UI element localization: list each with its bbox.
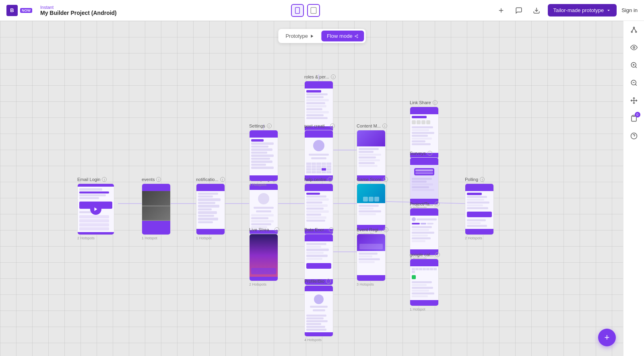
svg-line-43: [635, 66, 636, 68]
svg-line-40: [634, 28, 636, 31]
screen-settings[interactable]: Settings i 4 Ho: [249, 123, 278, 187]
screen-thumbnail: [196, 183, 225, 235]
screen-label: Profile/Bio i: [304, 279, 333, 284]
svg-line-39: [632, 28, 634, 31]
download-button[interactable]: [530, 4, 543, 17]
play-icon: [310, 34, 314, 38]
screen-profile-bio[interactable]: Profile/Bio i 4 Hotspots: [304, 279, 333, 342]
prototype-mode-btn[interactable]: Prototype: [280, 31, 320, 41]
tailor-prototype-button[interactable]: Tailor-made prototype: [548, 4, 617, 16]
info-icon: i: [427, 151, 432, 156]
right-sidebar: 0: [623, 0, 644, 356]
share-icon: [355, 34, 359, 38]
header-center: [123, 4, 488, 17]
screen-thumbnail: [465, 183, 494, 235]
screen-events[interactable]: events i 1 Hotspot: [142, 177, 171, 240]
svg-point-38: [635, 31, 636, 33]
hotspot-count: 2 Hotspots: [249, 282, 279, 286]
flow-mode-btn[interactable]: Flow mode: [321, 31, 364, 41]
screen-label: Settings i: [249, 123, 278, 128]
svg-line-11: [356, 36, 357, 37]
sidebar-clipboard-icon[interactable]: 0: [627, 111, 641, 126]
screen-polling[interactable]: Polling i 2 Hot: [465, 177, 494, 240]
screen-label: post creati... i: [304, 123, 335, 128]
screen-label: events i: [142, 177, 171, 182]
screen-event-registration[interactable]: Event Regi... i 3 Hotspots: [357, 227, 388, 286]
project-instant-label: Instant: [40, 5, 117, 10]
info-icon: i: [435, 252, 440, 257]
canvas[interactable]: Prototype Flow mode: [0, 21, 644, 356]
screen-label: Live Strea... i: [249, 227, 279, 232]
info-icon: i: [480, 177, 485, 182]
now-badge: NOW: [20, 8, 32, 13]
screen-label: Data Encr... i: [304, 227, 334, 232]
screen-label: Project/Ta... i: [410, 202, 440, 206]
screen-label: google cal... i: [410, 252, 440, 257]
screen-project-tasks[interactable]: Project/Ta... i: [410, 202, 440, 261]
sidebar-zoom-out-icon[interactable]: [627, 76, 641, 90]
svg-point-36: [633, 27, 634, 28]
hotspot-count: 4 Hotspots: [249, 183, 278, 187]
screen-label: Game Score i: [357, 177, 388, 182]
screen-thumbnail: [249, 130, 278, 181]
screen-live-stream[interactable]: Live Strea... i 2 Hotspots: [249, 227, 279, 286]
screen-notifications[interactable]: notificatio... i: [196, 177, 225, 240]
download-icon: [533, 7, 540, 14]
project-name: My Builder Project (Android): [40, 10, 117, 16]
plus-icon: [497, 7, 505, 14]
project-info: Instant My Builder Project (Android): [40, 5, 117, 16]
info-icon: i: [102, 177, 107, 182]
hotspot-count: 1 Hotspot: [410, 307, 440, 311]
info-icon: i: [382, 123, 387, 128]
info-icon: i: [329, 227, 334, 232]
screen-thumbnail: [304, 285, 333, 337]
comment-icon: [515, 7, 522, 14]
comment-button[interactable]: [512, 4, 525, 17]
header: B NOW Instant My Builder Project (Androi…: [0, 0, 644, 21]
screen-thumbnail: [249, 234, 278, 281]
sidebar-move-icon[interactable]: [627, 93, 641, 108]
clipboard-badge: 0: [635, 112, 640, 117]
screen-label: Event Regi... i: [357, 227, 388, 232]
info-icon: i: [220, 177, 225, 182]
hotspot-count: 2 Hotspots: [465, 236, 494, 240]
screen-thumbnail: [410, 208, 439, 255]
mobile-icon: [294, 7, 301, 14]
mobile-device-btn[interactable]: [291, 4, 304, 17]
svg-point-41: [633, 47, 635, 49]
screen-email-login[interactable]: Email Login i: [77, 177, 114, 240]
screen-label: Polling i: [465, 177, 494, 182]
screen-thumbnail: [304, 234, 333, 285]
screen-thumbnail: [77, 183, 114, 235]
logo[interactable]: B NOW: [6, 5, 32, 16]
mode-bar: Prototype Flow mode: [278, 29, 365, 43]
screen-thumbnail: [410, 157, 439, 205]
sidebar-preview-icon[interactable]: [627, 40, 641, 55]
screen-label: notificatio... i: [196, 177, 225, 182]
screen-surveys[interactable]: Surveys i 3: [410, 151, 439, 210]
info-icon: i: [331, 74, 336, 79]
info-icon: i: [275, 227, 279, 232]
add-button[interactable]: [495, 4, 508, 17]
sidebar-nodes-icon[interactable]: [627, 23, 641, 37]
sidebar-zoom-in-icon[interactable]: [627, 58, 641, 72]
info-icon: i: [433, 100, 438, 105]
screen-google-calendar[interactable]: google cal... i: [410, 252, 440, 311]
screen-label: Link Share i: [410, 100, 439, 105]
hotspot-count: 1 Hotspot: [196, 236, 225, 240]
hotspot-count: 4 Hotspots: [304, 338, 333, 342]
screen-label: Surveys i: [410, 151, 439, 156]
logo-icon: B: [6, 5, 18, 16]
svg-line-12: [356, 35, 357, 36]
sign-in-button[interactable]: Sign in: [621, 7, 638, 13]
fab-add-button[interactable]: +: [598, 329, 616, 346]
sidebar-help-icon[interactable]: [627, 129, 641, 143]
chevron-down-icon: [606, 8, 611, 13]
screen-label: roles & per... i: [304, 74, 336, 79]
screen-label: Content M... i: [357, 123, 387, 128]
info-icon: i: [326, 279, 331, 284]
info-icon: i: [328, 177, 332, 182]
info-icon: i: [435, 202, 440, 206]
tablet-device-btn[interactable]: [307, 4, 320, 17]
info-icon: i: [384, 227, 388, 232]
